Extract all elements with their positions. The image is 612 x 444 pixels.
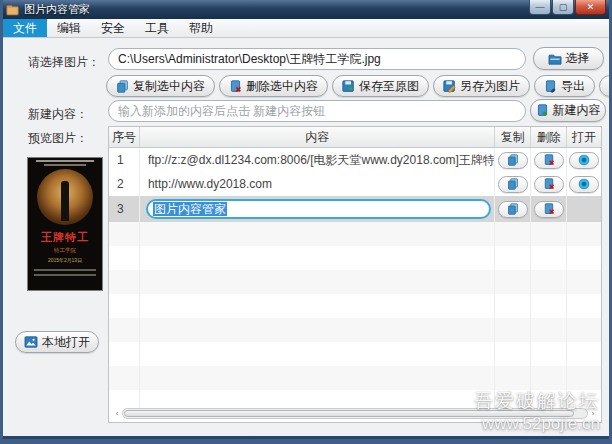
save-icon (342, 80, 355, 93)
image-preview-thumbnail[interactable]: 王牌特工 特工学院 2015年2月13日 (27, 157, 103, 291)
main-content: 请选择图片： 选择 复制选中内容 删除选中内容 (3, 38, 609, 436)
minimize-icon: — (536, 3, 545, 12)
poster-date: 2015年2月13日 (42, 257, 88, 264)
table-row-selected[interactable]: 3 图片内容管家 (109, 196, 601, 222)
delete-icon (543, 178, 555, 190)
copy-icon (507, 154, 519, 166)
close-button[interactable]: ✕ (575, 0, 606, 15)
select-image-label: 请选择图片： (28, 54, 100, 71)
poster-title: 王牌特工 (28, 230, 102, 245)
header-copy: 复制 (495, 127, 531, 147)
select-image-button[interactable]: 选择 (533, 47, 604, 70)
save-as-icon (443, 80, 456, 93)
window-controls: — ▢ ✕ (528, 0, 606, 15)
row-content: ftp://z:z@dx.dl1234.com:8006/[电影天堂www.dy… (140, 148, 496, 172)
new-content-input[interactable] (108, 100, 526, 122)
app-icon (6, 4, 19, 16)
select-all-button[interactable]: 全（不）选 (599, 75, 612, 97)
local-open-button-label: 本地打开 (42, 334, 90, 351)
copy-icon (507, 178, 519, 190)
header-index: 序号 (109, 127, 140, 147)
delete-selected-button[interactable]: 删除选中内容 (219, 75, 328, 97)
table-header: 序号 内容 复制 删除 打开 (109, 127, 601, 148)
header-open: 打开 (567, 127, 601, 147)
row-copy-button[interactable] (498, 201, 528, 218)
save-to-original-button[interactable]: 保存至原图 (332, 75, 429, 97)
copy-icon (507, 203, 519, 215)
new-content-button-label: 新建内容 (553, 102, 601, 119)
maximize-icon: ▢ (559, 3, 568, 12)
row-index: 3 (109, 196, 140, 222)
row-delete-button[interactable] (534, 152, 564, 169)
maximize-button[interactable]: ▢ (552, 0, 574, 15)
row-index: 1 (109, 148, 140, 172)
delete-selected-label: 删除选中内容 (246, 78, 318, 95)
delete-icon (543, 203, 555, 215)
menu-help[interactable]: 帮助 (179, 19, 223, 37)
table-row[interactable]: 1 ftp://z:z@dx.dl1234.com:8006/[电影天堂www.… (109, 148, 601, 172)
local-open-button[interactable]: 本地打开 (15, 331, 99, 353)
export-icon (544, 80, 557, 93)
new-content-label: 新建内容： (28, 106, 88, 123)
image-path-input[interactable] (108, 48, 526, 70)
empty-row (109, 270, 601, 294)
inline-edit-field[interactable]: 图片内容管家 (146, 199, 491, 219)
menu-edit[interactable]: 编辑 (47, 19, 91, 37)
window-title: 图片内容管家 (24, 2, 90, 17)
horizontal-scrollbar[interactable]: ‹ › (112, 407, 598, 419)
title-bar: 图片内容管家 — ▢ ✕ (0, 0, 612, 19)
table-row[interactable]: 2 http://www.dy2018.com (109, 172, 601, 196)
preview-image-label: 预览图片： (28, 130, 88, 147)
row-delete-button[interactable] (534, 176, 564, 193)
folder-icon (548, 53, 562, 65)
delete-icon (229, 80, 242, 93)
row-copy-button[interactable] (498, 176, 528, 193)
row-index: 2 (109, 172, 140, 196)
row-delete-button[interactable] (534, 201, 564, 218)
save-as-image-label: 另存为图片 (460, 78, 520, 95)
minimize-button[interactable]: — (529, 0, 551, 15)
save-as-image-button[interactable]: 另存为图片 (433, 75, 530, 97)
poster-artwork (37, 169, 93, 225)
action-toolbar: 复制选中内容 删除选中内容 保存至原图 另存为图片 (106, 75, 612, 97)
export-button[interactable]: 导出 (534, 75, 595, 97)
scrollbar-track[interactable] (122, 408, 588, 419)
copy-selected-label: 复制选中内容 (133, 78, 205, 95)
new-content-button[interactable]: 新建内容 (530, 99, 606, 122)
menu-file[interactable]: 文件 (3, 19, 47, 37)
scroll-left-icon[interactable]: ‹ (112, 408, 122, 418)
empty-row (109, 246, 601, 270)
empty-row (109, 294, 601, 318)
empty-row (109, 342, 601, 366)
selected-text: 图片内容管家 (153, 202, 227, 216)
poster-credit-line (36, 160, 94, 162)
export-label: 导出 (561, 78, 585, 95)
empty-row (109, 318, 601, 342)
poster-figure (61, 181, 69, 221)
row-open-button[interactable] (569, 152, 599, 169)
globe-icon (578, 154, 590, 166)
close-icon: ✕ (587, 3, 595, 12)
poster-subtitle: 特工学院 (39, 247, 91, 255)
select-image-button-label: 选择 (566, 50, 590, 67)
row-open-button[interactable] (569, 176, 599, 193)
add-page-icon (536, 104, 549, 117)
empty-row (109, 366, 601, 390)
image-icon (24, 336, 38, 348)
content-table: 序号 内容 复制 删除 打开 1 ftp://z:z@dx.dl1234.com… (108, 126, 602, 423)
header-content: 内容 (140, 127, 496, 147)
app-window: 图片内容管家 — ▢ ✕ 文件 编辑 安全 工具 帮助 请选择图片： 选择 (0, 0, 612, 444)
copy-selected-button[interactable]: 复制选中内容 (106, 75, 215, 97)
row-content: http://www.dy2018.com (140, 172, 496, 196)
scroll-right-icon[interactable]: › (588, 408, 598, 418)
menu-tools[interactable]: 工具 (135, 19, 179, 37)
poster-credit-line (44, 164, 86, 166)
row-copy-button[interactable] (498, 152, 528, 169)
header-delete: 删除 (531, 127, 567, 147)
poster-credit-line (34, 269, 96, 271)
scrollbar-thumb[interactable] (124, 410, 574, 417)
delete-icon (543, 154, 555, 166)
menu-security[interactable]: 安全 (91, 19, 135, 37)
globe-icon (578, 178, 590, 190)
menu-bar: 文件 编辑 安全 工具 帮助 (3, 19, 609, 38)
